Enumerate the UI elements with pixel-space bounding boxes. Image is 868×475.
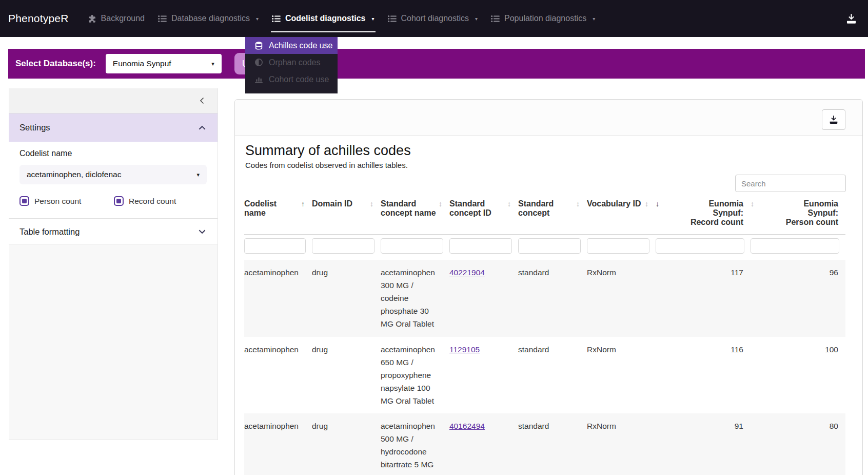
- menu-item-achilles-code-use[interactable]: Achilles code use: [245, 37, 338, 54]
- sort-desc-icon: ↓: [656, 199, 659, 210]
- cell-domain-id: drug: [312, 337, 381, 414]
- cell-record-count: 91: [656, 413, 751, 475]
- app-brand: PhenotypeR: [8, 12, 69, 25]
- column-filter-input[interactable]: [587, 238, 649, 254]
- cell-codelist-name: acetaminophen: [244, 337, 312, 414]
- download-icon[interactable]: [846, 13, 857, 24]
- download-icon: [829, 115, 838, 124]
- concept-id-link[interactable]: 1129105: [449, 345, 480, 354]
- chevron-down-icon: ▾: [593, 16, 595, 22]
- sort-icon: ↕: [370, 199, 373, 210]
- concept-id-link[interactable]: 40221904: [449, 268, 485, 277]
- select-database-label: Select Database(s):: [15, 59, 96, 69]
- cell-standard-concept: standard: [518, 260, 587, 337]
- nav-item-label: Cohort diagnostics: [401, 14, 469, 23]
- bar-chart-icon: [254, 75, 263, 84]
- cell-person-count: 96: [751, 260, 845, 337]
- sort-icon: ↕: [645, 199, 648, 210]
- table-row: acetaminophen drug acetaminophen 300 MG …: [244, 260, 845, 337]
- column-filter-input[interactable]: [381, 238, 443, 254]
- table-header-row: Codelist name↑ Domain ID↕ Standard conce…: [244, 196, 845, 235]
- accordion-title: Table formatting: [19, 227, 80, 237]
- search-input[interactable]: [735, 175, 846, 192]
- column-header-codelist-name[interactable]: Codelist name↑: [244, 196, 312, 235]
- sort-icon: ↕: [439, 199, 442, 210]
- accordion-settings-header[interactable]: Settings: [9, 113, 218, 142]
- sidebar-toolbar: [9, 88, 218, 113]
- column-filter-input[interactable]: [751, 238, 839, 254]
- nav-item-population-diagnostics[interactable]: Population diagnostics ▾: [484, 0, 602, 37]
- column-filter-input[interactable]: [518, 238, 581, 254]
- nav-item-cohort-diagnostics[interactable]: Cohort diagnostics ▾: [381, 0, 485, 37]
- chevron-down-icon: ▾: [371, 16, 374, 22]
- cell-person-count: 80: [751, 413, 845, 475]
- record-count-checkbox[interactable]: Record count: [114, 196, 176, 206]
- cell-standard-concept-name: acetaminophen 500 MG / hydrocodone bitar…: [381, 413, 449, 475]
- column-filter-input[interactable]: [449, 238, 512, 254]
- page-subtitle: Codes from codelist observed in achilles…: [245, 161, 846, 169]
- cell-standard-concept-name: acetaminophen 300 MG / codeine phosphate…: [381, 260, 449, 337]
- table-download-button[interactable]: [822, 109, 845, 130]
- chevron-down-icon: ▾: [211, 61, 214, 67]
- column-filter-input[interactable]: [656, 238, 744, 254]
- column-filter-input[interactable]: [244, 238, 306, 254]
- column-filter-input[interactable]: [312, 238, 374, 254]
- column-header-person-count[interactable]: ↕Eunomia Synpuf: Person count: [751, 196, 845, 235]
- cell-vocabulary-id: RxNorm: [587, 413, 656, 475]
- page-title: Summary of achilles codes: [245, 143, 846, 159]
- nav-item-background[interactable]: Background: [81, 0, 151, 37]
- column-header-standard-concept-id[interactable]: Standard concept ID↕: [449, 196, 518, 235]
- codelist-select[interactable]: acetaminophen, diclofenac ▾: [19, 165, 207, 184]
- nav-item-label: Population diagnostics: [504, 14, 586, 23]
- cell-domain-id: drug: [312, 260, 381, 337]
- column-header-record-count[interactable]: ↓Eunomia Synpuf: Record count: [656, 196, 751, 235]
- list-icon: [158, 14, 167, 23]
- nav-item-codelist-diagnostics[interactable]: Codelist diagnostics ▾: [265, 0, 381, 37]
- nav-item-database-diagnostics[interactable]: Database diagnostics ▾: [151, 0, 265, 37]
- sort-icon: ↕: [751, 199, 754, 210]
- column-header-vocabulary-id[interactable]: Vocabulary ID↕: [587, 196, 656, 235]
- nav-item-label: Background: [101, 14, 145, 23]
- table-row: acetaminophen drug acetaminophen 650 MG …: [244, 337, 845, 414]
- cell-domain-id: drug: [312, 413, 381, 475]
- cell-person-count: 100: [751, 337, 845, 414]
- cell-standard-concept: standard: [518, 413, 587, 475]
- menu-item-orphan-codes[interactable]: Orphan codes: [245, 54, 338, 71]
- chevron-up-icon: [198, 123, 207, 132]
- checkbox-label: Record count: [129, 197, 176, 206]
- chevron-down-icon: ▾: [256, 16, 259, 22]
- card-toolbar: [235, 100, 862, 136]
- database-select-value: Eunomia Synpuf: [113, 59, 171, 68]
- sidebar-collapse-icon[interactable]: [198, 97, 206, 105]
- cell-record-count: 117: [656, 260, 751, 337]
- results-card: Summary of achilles codes Codes from cod…: [234, 99, 863, 475]
- column-header-standard-concept-name[interactable]: Standard concept name↕: [381, 196, 449, 235]
- cell-vocabulary-id: RxNorm: [587, 337, 656, 414]
- cell-record-count: 116: [656, 337, 751, 414]
- database-select[interactable]: Eunomia Synpuf ▾: [106, 54, 222, 73]
- cell-codelist-name: acetaminophen: [244, 413, 312, 475]
- sort-icon: ↕: [576, 199, 580, 210]
- accordion-table-formatting-header[interactable]: Table formatting: [9, 218, 218, 245]
- table-search-row: [244, 175, 846, 192]
- column-header-domain-id[interactable]: Domain ID↕: [312, 196, 381, 235]
- achilles-codes-table: Codelist name↑ Domain ID↕ Standard conce…: [244, 196, 845, 475]
- database-selection-bar: Select Database(s): Eunomia Synpuf ▾ Up: [8, 49, 865, 79]
- concept-id-link[interactable]: 40162494: [449, 422, 485, 430]
- column-header-standard-concept[interactable]: Standard concept↕: [518, 196, 587, 235]
- table-row: acetaminophen drug acetaminophen 500 MG …: [244, 413, 845, 475]
- checkbox-label: Person count: [34, 197, 81, 206]
- list-icon: [272, 14, 281, 23]
- cell-standard-concept-name: acetaminophen 650 MG / propoxyphene naps…: [381, 337, 449, 414]
- menu-item-cohort-code-use[interactable]: Cohort code use: [245, 71, 338, 88]
- nav-item-label: Codelist diagnostics: [285, 14, 365, 23]
- list-icon: [491, 14, 500, 23]
- puzzle-icon: [88, 14, 96, 23]
- main-nav: Background Database diagnostics ▾ Codeli…: [81, 0, 602, 37]
- person-count-checkbox[interactable]: Person count: [19, 196, 114, 206]
- database-icon: [254, 41, 263, 50]
- card-content: Summary of achilles codes Codes from cod…: [235, 136, 862, 475]
- codelist-select-value: acetaminophen, diclofenac: [27, 170, 121, 179]
- settings-sidebar: Settings Codelist name acetaminophen, di…: [9, 88, 218, 440]
- cell-vocabulary-id: RxNorm: [587, 260, 656, 337]
